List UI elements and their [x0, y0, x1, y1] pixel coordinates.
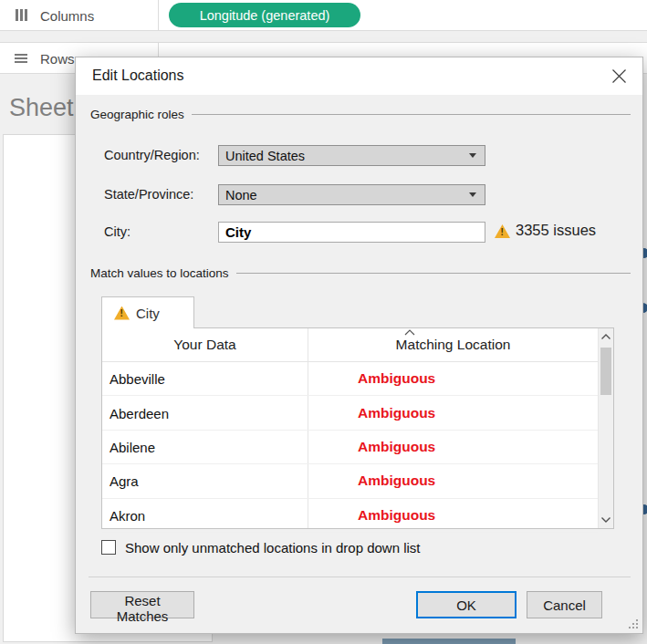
country-region-dropdown[interactable]: United States — [218, 145, 485, 166]
scroll-down-icon[interactable] — [600, 516, 611, 524]
locations-table: Your Data Matching Location AbbevilleAmb… — [101, 327, 614, 529]
state-province-dropdown[interactable]: None — [218, 184, 485, 205]
dialog-titlebar: Edit Locations — [76, 57, 642, 95]
table-row[interactable]: AbileneAmbiguous — [102, 431, 598, 464]
matching-location-cell[interactable]: Ambiguous — [358, 439, 435, 455]
unmatched-only-label: Show only unmatched locations in drop do… — [125, 540, 421, 556]
rows-icon — [15, 54, 27, 63]
rows-shelf-label: Rows — [40, 50, 75, 66]
columns-icon — [16, 9, 27, 21]
shelf-divider — [158, 0, 159, 30]
table-row[interactable]: AbbevilleAmbiguous — [102, 362, 598, 396]
your-data-header[interactable]: Your Data — [102, 328, 308, 361]
footer-divider — [89, 576, 631, 577]
section-rule — [192, 114, 631, 115]
ok-button[interactable]: OK — [416, 591, 517, 618]
warning-icon — [495, 224, 510, 238]
close-icon — [611, 68, 627, 84]
city-label: City: — [104, 224, 130, 239]
country-region-label: Country/Region: — [104, 148, 200, 162]
edit-locations-dialog: Edit Locations Geographic roles Country/… — [75, 57, 643, 634]
tab-city-label: City — [136, 306, 160, 321]
reset-matches-button[interactable]: Reset Matches — [90, 591, 194, 618]
scroll-up-icon[interactable] — [600, 333, 611, 340]
columns-shelf-label: Columns — [40, 7, 94, 23]
section-label: Match values to locations — [90, 266, 229, 280]
table-row[interactable]: AgraAmbiguous — [102, 464, 598, 498]
table-row[interactable]: AberdeenAmbiguous — [102, 396, 598, 430]
matching-location-cell[interactable]: Ambiguous — [358, 405, 435, 421]
geographic-roles-section: Geographic roles — [90, 108, 631, 121]
close-button[interactable] — [607, 66, 631, 88]
warning-icon — [114, 306, 130, 320]
cancel-button[interactable]: Cancel — [527, 591, 602, 618]
background-scrollbar-fragment — [382, 639, 516, 644]
country-region-value: United States — [225, 149, 305, 163]
matching-location-cell[interactable]: Ambiguous — [358, 370, 435, 387]
tableau-workspace: Columns Longitude (generated) Rows Latit… — [0, 0, 647, 644]
city-field[interactable] — [218, 222, 485, 243]
sort-ascending-icon[interactable] — [404, 329, 415, 336]
issues-count: 3355 issues — [516, 222, 596, 239]
unmatched-only-row: Show only unmatched locations in drop do… — [101, 539, 421, 556]
sheet-title: Sheet — [9, 94, 74, 122]
state-province-label: State/Province: — [104, 187, 193, 202]
your-data-cell: Abilene — [110, 439, 155, 454]
table-scrollbar[interactable] — [598, 328, 613, 528]
section-label: Geographic roles — [90, 108, 184, 121]
table-row[interactable]: AkronAmbiguous — [102, 499, 598, 533]
tab-city[interactable]: City — [101, 296, 194, 328]
state-province-value: None — [225, 188, 257, 203]
your-data-cell: Aberdeen — [110, 405, 169, 421]
matching-location-cell[interactable]: Ambiguous — [358, 507, 435, 524]
resize-grip-icon[interactable] — [628, 619, 638, 629]
your-data-cell: Akron — [110, 507, 145, 523]
unmatched-only-checkbox[interactable] — [101, 540, 116, 555]
your-data-cell: Abbeville — [110, 371, 165, 387]
your-data-cell: Agra — [110, 473, 139, 489]
scrollbar-thumb[interactable] — [600, 348, 611, 395]
longitude-pill[interactable]: Longitude (generated) — [169, 3, 360, 27]
match-values-section: Match values to locations — [90, 266, 631, 280]
dialog-title: Edit Locations — [92, 68, 184, 84]
matching-location-cell[interactable]: Ambiguous — [358, 473, 435, 489]
dropdown-arrow-icon — [469, 153, 476, 158]
table-body: AbbevilleAmbiguousAberdeenAmbiguousAbile… — [102, 362, 598, 533]
section-rule — [236, 273, 631, 274]
matching-location-header[interactable]: Matching Location — [308, 328, 598, 361]
dropdown-arrow-icon — [469, 192, 476, 197]
columns-shelf: Columns Longitude (generated) — [0, 0, 647, 31]
